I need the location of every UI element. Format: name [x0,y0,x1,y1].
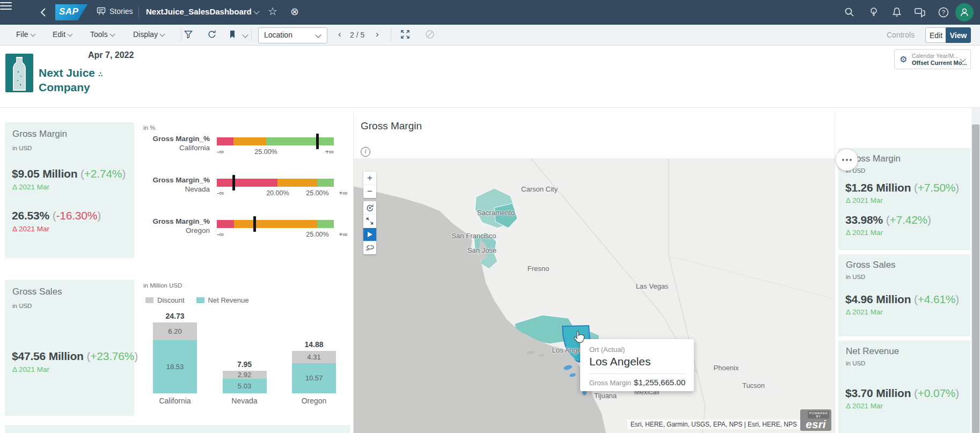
story-title[interactable]: NextJuice_SalesDashboard [146,7,252,16]
scrollbar-thumb[interactable] [972,124,979,433]
bar-column-oregon[interactable]: 14.88 4.3110.57 Oregon [292,340,336,408]
refresh-icon[interactable] [207,30,217,39]
bullet-range [217,220,234,228]
zoom-in-button[interactable]: + [363,172,376,185]
pan-tool-icon[interactable] [363,228,376,241]
kpi-title: Net Revenue [846,346,899,357]
back-icon[interactable] [39,7,49,18]
bullet-axis-label: 25.00% [254,148,277,156]
bullet-bar[interactable]: -∞25.00%+∞ [217,216,334,248]
kpi-card-right-net-revenue[interactable]: Net Revenue in USD $3.70 Million (+0.07%… [838,341,970,433]
bar-segment-discount[interactable]: 2.92 [223,371,267,379]
kpi-title: Gross Margin [12,129,67,140]
bullet-range [317,220,334,228]
bottle-icon [5,54,33,92]
city-label-carson-city: Carson City [521,185,558,193]
kpi-delta-reference: Δ 2021 Mar [12,225,49,233]
zoom-out-button[interactable]: − [363,185,376,198]
kpi-value-row: $4.96 Million (+4.61%) [845,293,959,306]
bullet-range [233,137,266,145]
help-icon[interactable]: ? [938,6,949,18]
bookmark-icon[interactable] [228,30,237,39]
city-label-fresno: Fresno [528,265,549,273]
map-canvas[interactable]: Carson CitySacramentoSan FranciscoSan Jo… [354,158,835,433]
notifications-bell-icon[interactable] [891,6,903,18]
user-avatar[interactable] [955,3,974,21]
bar-segment-net-revenue[interactable]: 10.57 [292,363,336,393]
bar-segment-net-revenue[interactable]: 5.03 [223,379,267,393]
bullet-axis-label: -∞ [217,189,224,197]
bookmark-chevron-icon[interactable] [242,32,248,38]
shell-bar: SAP Stories NextJuice_SalesDashboard ☆ ⊗ [0,0,980,25]
story-title-chevron-icon[interactable] [253,8,259,14]
bar-category-label: Nevada [231,397,257,408]
fullscreen-icon[interactable] [400,30,410,39]
stories-nav[interactable]: Stories [97,6,133,16]
view-mode-button[interactable]: View [946,27,971,43]
bullet-axis-label: +∞ [339,231,347,238]
expand-map-icon[interactable] [363,215,376,228]
bar-segment-discount[interactable]: 6.20 [153,322,197,340]
next-page-icon[interactable]: › [376,29,379,40]
bar-total-label: 7.95 [237,360,252,369]
legend-item-discount[interactable]: Discount [145,296,185,304]
map-tooltip: Ort (Actual) Los Angeles Gross Margin $1… [580,339,694,391]
reset-view-icon[interactable] [363,201,376,215]
kpi-delta-reference: Δ 2021 Mar [846,402,883,410]
legend-item-net-revenue[interactable]: Net Revenue [196,296,249,304]
story-toolbar: File Edit Tools Display Location ‹ 2 / 5… [0,25,980,46]
bullet-axis-label: -∞ [217,231,224,238]
bullet-bar[interactable]: -∞20.00%25.00%+∞ [217,174,334,207]
kpi-card-gross-sales[interactable]: Gross Sales in USD $47.56 Million (+23.7… [5,280,134,416]
prev-page-icon[interactable]: ‹ [338,29,341,40]
bullet-axis-label: 20.00% [266,189,289,197]
favorite-star-icon[interactable]: ☆ [268,5,277,18]
city-label-sacramento: Sacramento [477,209,515,217]
stacked-bar-chart-panel: in Million USD Discount Net Revenue 24.7… [139,280,350,416]
page-dropdown[interactable]: Location [258,27,327,43]
search-icon[interactable] [844,6,855,18]
lasso-select-icon[interactable] [363,241,376,254]
bullet-label: Gross Margin_%Nevada [139,175,210,194]
bar-total-label: 14.88 [304,340,323,349]
discussions-chat-icon[interactable] [914,6,926,18]
insights-lightbulb-icon[interactable] [868,6,880,18]
report-date: Apr 7, 2022 [88,50,134,60]
time-filter-control[interactable]: ⚙ Calendar Year/M... Offset Current Mo..… [894,49,971,69]
kpi-card-gross-margin[interactable]: Gross Margin in USD $9.05 Million (+2.74… [5,122,134,258]
bar-column-california[interactable]: 24.73 6.2018.53 California [153,312,197,408]
bullet-range [234,220,318,228]
filter-icon[interactable] [184,30,193,39]
header-divider [0,107,980,108]
hand-cursor-icon [573,329,586,343]
bar-segment-net-revenue[interactable]: 18.53 [153,340,197,393]
menu-hamburger-icon[interactable] [0,2,12,10]
kpi-delta-reference: Δ 2021 Mar [846,308,883,316]
kpi-card-right-gross-margin[interactable]: Gross Margin in USD $1.26 Million (+7.50… [838,148,970,250]
more-actions-button[interactable] [836,149,858,171]
bullet-label: Gross Margin_%Oregon [139,217,210,235]
bar-column-nevada[interactable]: 7.95 2.925.03 Nevada [223,360,267,408]
info-icon[interactable]: i [361,147,370,157]
bullet-range [217,179,277,187]
close-story-icon[interactable]: ⊗ [290,5,299,18]
menu-edit[interactable]: Edit [53,30,72,39]
bullet-bar[interactable]: -∞25.00%+∞ [217,133,334,165]
edit-mode-button[interactable]: Edit [925,27,947,43]
next-row-panel-edge [5,425,350,433]
bullet-marker [253,216,256,232]
menu-tools[interactable]: Tools [90,30,114,39]
bullet-marker [316,134,319,149]
kpi-value-row: $3.70 Million (+0.07%) [845,387,959,400]
input-control-icon: ⚙ [899,54,907,64]
kpi-delta-reference: Δ 2021 Mar [846,196,883,204]
bullet-range [266,137,334,145]
bullet-label: Gross Margin_%California [139,134,210,152]
menu-display[interactable]: Display [133,30,164,39]
menu-file[interactable]: File [16,30,35,39]
bar-segment-discount[interactable]: 4.31 [292,351,336,363]
kpi-title: Gross Sales [846,260,896,270]
filter-selected-value: Offset Current Mo... [912,60,967,66]
chart-unit-label: in % [143,124,155,131]
kpi-card-right-gross-sales[interactable]: Gross Sales in USD $4.96 Million (+4.61%… [838,254,970,336]
